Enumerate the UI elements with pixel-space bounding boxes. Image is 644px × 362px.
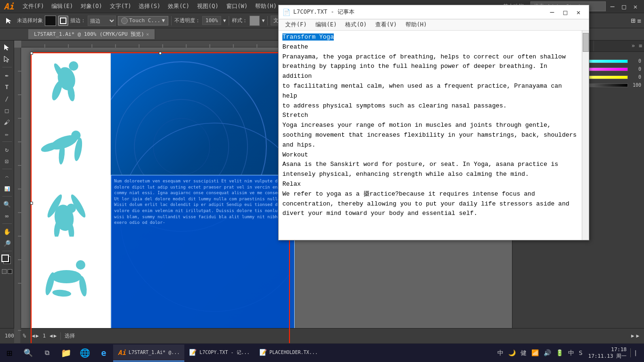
graph-tool[interactable]: 📊 bbox=[2, 183, 12, 194]
show-desktop-btn[interactable]: | bbox=[630, 348, 639, 357]
page-num[interactable]: 1 bbox=[42, 333, 46, 339]
menu-edit[interactable]: 编辑(E) bbox=[49, 1, 76, 11]
c-value[interactable]: 0 bbox=[630, 58, 641, 64]
np-menu-edit[interactable]: 编辑(E) bbox=[312, 20, 341, 30]
start-button[interactable]: ⊞ bbox=[0, 344, 19, 362]
file-explorer-icon[interactable]: 📁 bbox=[57, 344, 75, 362]
search-button[interactable]: 🔍 bbox=[19, 344, 38, 362]
rotate-tool[interactable]: ↻ bbox=[2, 144, 12, 155]
menu-window[interactable]: 窗口(W) bbox=[223, 1, 251, 11]
scrollbar-thumb[interactable] bbox=[583, 33, 589, 52]
selection-status: 选择 bbox=[65, 332, 75, 339]
taskbar: ⊞ 🔍 ⧉ 📁 🌐 e Ai L7START_1.Ai* @... 📝 L7CO… bbox=[0, 343, 644, 362]
notepad-maximize-btn[interactable]: □ bbox=[559, 6, 572, 19]
selection-tool[interactable] bbox=[2, 42, 12, 53]
m-value[interactable]: 0 bbox=[630, 66, 641, 72]
taskbar-notepad1[interactable]: 📝 L7COPY.TXT - 记... bbox=[184, 345, 254, 362]
touch-dropdown[interactable]: Touch C... ▼ bbox=[118, 16, 168, 25]
svg-point-49 bbox=[51, 270, 82, 283]
menu-effect[interactable]: 效果(C) bbox=[165, 1, 192, 11]
opacity-dropdown[interactable]: ▼ bbox=[223, 18, 226, 23]
notepad-titlebar[interactable]: 📄 L7COPY.TXT - 记事本 ─ □ ✕ bbox=[279, 5, 589, 19]
none-mode-btn[interactable] bbox=[8, 269, 12, 274]
sys-battery-icon[interactable]: 🔋 bbox=[554, 348, 565, 357]
style-swatch[interactable] bbox=[249, 16, 260, 26]
tool-divider-1 bbox=[2, 67, 12, 67]
taskbar-illustrator[interactable]: Ai L7START_1.Ai* @... bbox=[113, 345, 184, 362]
stroke-color[interactable] bbox=[58, 16, 68, 26]
win-close[interactable]: ✕ bbox=[631, 3, 640, 10]
scale-tool[interactable]: ⊡ bbox=[2, 156, 12, 166]
sys-input-icon[interactable]: S bbox=[577, 348, 585, 357]
pen-tool[interactable]: ✒ bbox=[2, 70, 12, 80]
notepad-scrollbar[interactable] bbox=[582, 31, 589, 240]
hand-tool[interactable]: ✋ bbox=[2, 226, 12, 237]
fill-stroke-colors[interactable] bbox=[1, 255, 13, 266]
sys-icon-moon[interactable]: 🌙 bbox=[506, 348, 518, 357]
panel-menu[interactable]: ≡ bbox=[637, 41, 644, 51]
menu-view[interactable]: 视图(Q) bbox=[194, 1, 222, 11]
sys-icon-health[interactable]: 健 bbox=[519, 348, 528, 358]
tab-close-btn[interactable]: ✕ bbox=[146, 32, 149, 37]
notepad-close-btn[interactable]: ✕ bbox=[572, 6, 585, 19]
line-tool[interactable]: / bbox=[2, 93, 12, 104]
win-minimize[interactable]: ─ bbox=[608, 3, 617, 10]
np2-label: PLACEHOLDER.TX... bbox=[270, 350, 318, 355]
sys-speaker-icon[interactable]: 🔊 bbox=[542, 348, 553, 357]
zoom-prev[interactable]: ◀ bbox=[32, 333, 35, 339]
fill-color[interactable] bbox=[45, 16, 56, 26]
svg-point-52 bbox=[52, 289, 71, 297]
zoom-tool[interactable]: 🔎 bbox=[2, 238, 12, 248]
edge-icon[interactable]: e bbox=[94, 344, 113, 362]
toolbar-right: ⊞ ≡ bbox=[631, 16, 641, 25]
np-menu-file[interactable]: 文件(F) bbox=[281, 20, 311, 30]
select-tool[interactable] bbox=[3, 16, 15, 25]
menu-help[interactable]: 帮助(H) bbox=[252, 1, 280, 11]
shape-tool[interactable]: □ bbox=[2, 105, 12, 115]
notepad-content[interactable]: Transform Yoga Breathe Pranayama, the yo… bbox=[279, 31, 589, 240]
sys-wifi-icon[interactable]: 📶 bbox=[529, 348, 541, 357]
paintbrush-tool[interactable]: 🖌 bbox=[2, 117, 12, 127]
warp-tool[interactable]: ⌒ bbox=[2, 172, 12, 182]
page-prev[interactable]: ◀ bbox=[50, 333, 53, 339]
k-value[interactable]: 100 bbox=[630, 82, 641, 88]
stroke-dropdown[interactable]: 描边 bbox=[88, 16, 116, 26]
touch-dropdown-arrow[interactable]: ▼ bbox=[162, 17, 165, 24]
doc-tab[interactable]: L7START_1.Ai* @ 100% (CMYK/GPU 预览) ✕ bbox=[28, 29, 155, 39]
opacity-value[interactable]: 100% bbox=[202, 16, 222, 25]
text-overlay-content: Num doloreetum ven esequam ver suscipist… bbox=[114, 178, 291, 226]
taskbar-notepad2[interactable]: 📝 PLACEHOLDER.TX... bbox=[255, 345, 322, 362]
artboard: Num doloreetum ven esequam ver suscipist… bbox=[31, 52, 290, 343]
style-dropdown[interactable]: ▼ bbox=[262, 18, 264, 23]
sys-ime-icon[interactable]: 中 bbox=[566, 348, 576, 358]
pencil-tool[interactable]: ✏ bbox=[2, 129, 12, 139]
page-next[interactable]: ▶ bbox=[54, 333, 57, 339]
direct-select-tool[interactable] bbox=[2, 54, 12, 65]
panel-expand[interactable]: » bbox=[630, 41, 637, 51]
notepad-minimize-btn[interactable]: ─ bbox=[545, 6, 559, 19]
y-value[interactable]: 0 bbox=[630, 74, 641, 80]
menu-file[interactable]: 文件(F) bbox=[20, 1, 47, 11]
taskbar-time[interactable]: 17:18 17:11.13 周一 bbox=[586, 346, 630, 360]
text-overlay[interactable]: Num doloreetum ven esequam ver suscipist… bbox=[111, 175, 295, 343]
status-artboard[interactable]: ▶ bbox=[631, 333, 635, 339]
status-scroll-right[interactable]: ▶ bbox=[636, 333, 639, 339]
sys-icon-chinese[interactable]: 中 bbox=[495, 348, 505, 358]
color-mode-btn[interactable] bbox=[2, 269, 7, 274]
zoom-next[interactable]: ▶ bbox=[36, 333, 39, 339]
np-menu-help[interactable]: 帮助(H) bbox=[402, 20, 431, 30]
eyedropper-tool[interactable]: 🔍 bbox=[2, 199, 12, 209]
taskbar-right: 中 🌙 健 📶 🔊 🔋 中 S 17:18 17:11.13 周一 | bbox=[495, 346, 644, 360]
browser-icon[interactable]: 🌐 bbox=[75, 344, 94, 362]
type-tool[interactable]: T bbox=[2, 82, 12, 92]
menu-text[interactable]: 文字(T) bbox=[107, 1, 134, 11]
np-menu-format[interactable]: 格式(O) bbox=[341, 20, 371, 30]
align-right-icon[interactable]: ≡ bbox=[637, 17, 641, 25]
menu-select[interactable]: 选择(S) bbox=[136, 1, 163, 11]
task-view-button[interactable]: ⧉ bbox=[38, 344, 57, 362]
grid-icon[interactable]: ⊞ bbox=[631, 16, 636, 25]
win-restore[interactable]: □ bbox=[619, 3, 628, 10]
blend-tool[interactable]: ∞ bbox=[2, 211, 12, 221]
np-menu-view[interactable]: 查看(V) bbox=[372, 20, 401, 30]
menu-object[interactable]: 对象(O) bbox=[78, 1, 105, 11]
